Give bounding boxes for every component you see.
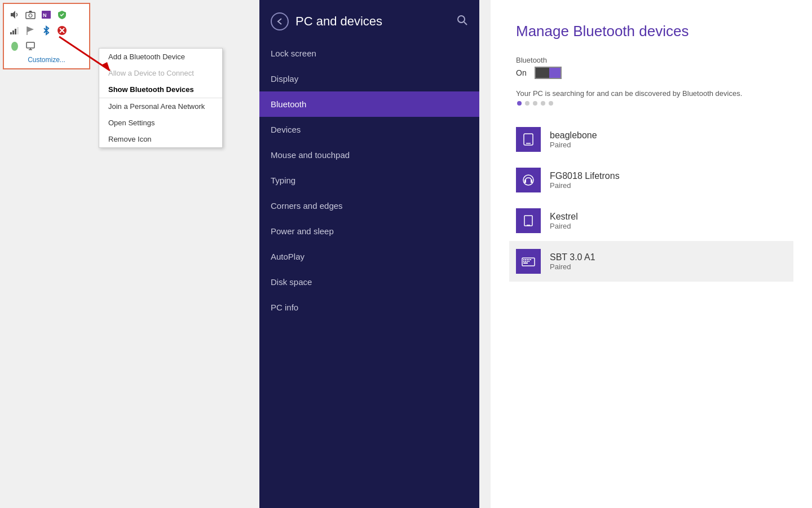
menu-item-join-pan[interactable]: Join a Personal Area Network — [99, 98, 222, 115]
svg-rect-9 — [17, 27, 19, 34]
menu-item-remove-icon[interactable]: Remove Icon — [99, 131, 222, 147]
device-status-fg8018: Paired — [550, 181, 620, 190]
red-x-icon[interactable] — [56, 24, 68, 37]
svg-rect-36 — [523, 261, 524, 262]
customize-link[interactable]: Customize... — [8, 56, 85, 64]
menu-item-allow-connect: Allow a Device to Connect — [99, 65, 222, 81]
device-name-sbt30a1: SBT 3.0 A1 — [550, 252, 595, 262]
sidebar-item-corners-edges[interactable]: Corners and edges — [259, 193, 479, 218]
bluetooth-toggle-row: On — [516, 67, 787, 79]
device-name-fg8018: FG8018 Lifetrons — [550, 171, 620, 181]
svg-rect-28 — [524, 216, 532, 226]
device-item-beaglebone[interactable]: beaglebone Paired — [516, 119, 787, 160]
camera-icon[interactable] — [24, 8, 37, 21]
onenote-icon[interactable]: N — [40, 8, 52, 21]
menu-item-show-bt[interactable]: Show Bluetooth Devices — [99, 81, 222, 98]
device-item-sbt30a1[interactable]: SBT 3.0 A1 Paired — [509, 241, 793, 282]
svg-marker-3 — [29, 11, 32, 12]
dot-5 — [549, 101, 553, 106]
sidebar-title: PC and devices — [295, 14, 382, 29]
sidebar-item-power-sleep[interactable]: Power and sleep — [259, 218, 479, 244]
svg-rect-16 — [27, 42, 34, 48]
device-icon-kestrel — [516, 208, 541, 233]
monitor-icon[interactable] — [24, 40, 37, 52]
svg-rect-38 — [527, 261, 528, 262]
sidebar-item-lock-screen[interactable]: Lock screen — [259, 41, 479, 66]
menu-item-add-bt[interactable]: Add a Bluetooth Device — [99, 49, 222, 65]
sidebar-item-devices[interactable]: Devices — [259, 117, 479, 142]
device-icon-fg8018 — [516, 168, 541, 192]
device-info-sbt30a1: SBT 3.0 A1 Paired — [550, 252, 595, 271]
bluetooth-icon[interactable] — [40, 24, 52, 37]
device-icon-beaglebone — [516, 127, 541, 152]
svg-rect-1 — [26, 12, 35, 19]
svg-point-2 — [29, 14, 32, 17]
searching-dots — [516, 101, 787, 106]
flag-icon[interactable] — [24, 24, 37, 37]
svg-rect-27 — [531, 179, 532, 183]
device-item-kestrel[interactable]: Kestrel Paired — [516, 200, 787, 241]
dot-4 — [541, 101, 545, 106]
main-content: Manage Bluetooth devices Bluetooth On Yo… — [491, 0, 812, 508]
tray-row-2 — [8, 24, 85, 37]
svg-rect-37 — [525, 261, 526, 262]
device-status-sbt30a1: Paired — [550, 262, 595, 271]
svg-rect-31 — [523, 259, 524, 260]
shield-icon[interactable] — [56, 8, 68, 21]
svg-line-22 — [464, 22, 467, 25]
svg-rect-8 — [15, 29, 16, 34]
device-status-beaglebone: Paired — [550, 141, 597, 149]
bluetooth-section-label: Bluetooth — [516, 56, 787, 64]
device-name-kestrel: Kestrel — [550, 212, 578, 222]
svg-rect-33 — [527, 259, 528, 260]
tray-row-3 — [8, 40, 85, 52]
svg-rect-26 — [524, 179, 526, 183]
sidebar-nav: Lock screen Display Bluetooth Devices Mo… — [259, 41, 479, 508]
svg-rect-35 — [530, 259, 531, 260]
svg-rect-7 — [12, 30, 14, 34]
svg-rect-6 — [10, 32, 12, 34]
sidebar-item-autoplay[interactable]: AutoPlay — [259, 244, 479, 269]
dot-1 — [517, 101, 522, 106]
sidebar-item-mouse-touchpad[interactable]: Mouse and touchpad — [259, 142, 479, 168]
sidebar-header: PC and devices — [259, 0, 479, 41]
device-info-kestrel: Kestrel Paired — [550, 212, 578, 230]
sidebar-item-display[interactable]: Display — [259, 66, 479, 91]
back-button[interactable] — [271, 12, 289, 30]
tray-row-1: N — [8, 8, 85, 21]
svg-point-21 — [458, 16, 465, 23]
sidebar-item-pc-info[interactable]: PC info — [259, 295, 479, 320]
device-list: beaglebone Paired FG8018 Lifetrons Paire… — [516, 119, 787, 282]
svg-rect-32 — [525, 259, 526, 260]
device-status-kestrel: Paired — [550, 222, 578, 230]
svg-text:N: N — [43, 12, 47, 18]
svg-rect-40 — [523, 262, 528, 264]
device-item-fg8018[interactable]: FG8018 Lifetrons Paired — [516, 160, 787, 200]
dot-2 — [525, 101, 529, 106]
sidebar-item-bluetooth[interactable]: Bluetooth — [259, 91, 479, 117]
signal-icon[interactable] — [8, 24, 21, 37]
search-icon[interactable] — [457, 15, 468, 29]
system-tray: N Customize... — [3, 3, 90, 69]
svg-marker-10 — [27, 27, 34, 32]
svg-rect-39 — [528, 261, 529, 262]
page-title: Manage Bluetooth devices — [516, 23, 787, 40]
toggle-knob — [549, 68, 561, 78]
device-name-beaglebone: beaglebone — [550, 130, 597, 141]
sidebar-item-typing[interactable]: Typing — [259, 168, 479, 193]
menu-item-open-settings[interactable]: Open Settings — [99, 115, 222, 131]
searching-text: Your PC is searching for and can be disc… — [516, 89, 787, 98]
svg-rect-34 — [528, 259, 529, 260]
dot-3 — [533, 101, 537, 106]
sidebar: PC and devices Lock screen Display Bluet… — [259, 0, 479, 508]
device-info-fg8018: FG8018 Lifetrons Paired — [550, 171, 620, 190]
bluetooth-toggle[interactable] — [535, 67, 562, 79]
device-info-beaglebone: beaglebone Paired — [550, 130, 597, 149]
leaf-icon[interactable] — [8, 40, 21, 52]
context-menu: Add a Bluetooth Device Allow a Device to… — [99, 48, 223, 148]
volume-icon[interactable] — [8, 8, 21, 21]
device-icon-sbt30a1 — [516, 249, 541, 274]
sidebar-item-disk-space[interactable]: Disk space — [259, 269, 479, 295]
toggle-state-label: On — [516, 68, 527, 77]
svg-marker-0 — [11, 11, 15, 19]
